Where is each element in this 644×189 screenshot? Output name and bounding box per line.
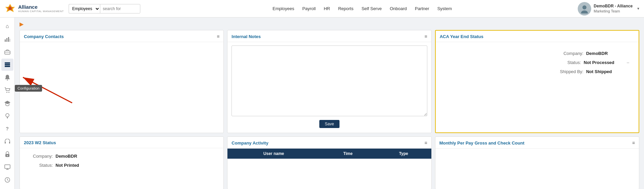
notes-save-row: Save xyxy=(231,117,427,129)
chevron-down-icon[interactable]: ▼ xyxy=(637,7,640,10)
user-name: DemoBDR - Alliance xyxy=(594,4,633,9)
monitor-icon xyxy=(4,164,10,170)
nav-hr[interactable]: HR xyxy=(320,4,334,13)
sidebar-item-help[interactable]: ? xyxy=(1,123,13,135)
header: Alliance HUMAN CAPITAL MANAGEMENT Employ… xyxy=(0,0,644,18)
widget-internal-notes-header: Internal Notes ≡ xyxy=(227,30,431,42)
w2-company-row: Company: DemoBDR xyxy=(24,152,219,161)
nav-system[interactable]: System xyxy=(433,4,456,13)
sidebar: ⌂ xyxy=(0,18,15,189)
widget-aca-header: ACA Year End Status xyxy=(436,31,639,42)
aca-company-value: DemoBDR xyxy=(586,51,627,56)
sidebar-item-graduation[interactable] xyxy=(1,97,13,109)
aca-body: Company: DemoBDR Status: Not Processed –… xyxy=(436,42,639,80)
w2-status-value: Not Printed xyxy=(56,163,79,168)
svg-point-3 xyxy=(582,5,586,9)
sidebar-item-clock[interactable] xyxy=(1,174,13,186)
logo-icon xyxy=(4,3,16,15)
svg-rect-5 xyxy=(5,39,6,42)
nav-partner[interactable]: Partner xyxy=(411,4,433,13)
logo-title: Alliance xyxy=(18,4,64,10)
aca-shipped-label: Shipped By: xyxy=(560,69,583,74)
internal-notes-textarea[interactable] xyxy=(231,45,427,116)
layout: ⌂ xyxy=(0,18,644,189)
lock-icon xyxy=(5,151,10,157)
svg-rect-13 xyxy=(5,66,10,67)
bulb-icon xyxy=(5,113,10,119)
main-content: ▶ Company Contacts ≡ Internal Notes ≡ xyxy=(15,18,644,189)
svg-rect-6 xyxy=(6,38,7,42)
nav-reports[interactable]: Reports xyxy=(334,4,358,13)
svg-rect-8 xyxy=(10,39,10,42)
monthly-title: Monthly Per Pay Gross and Check Count xyxy=(439,140,525,146)
logo-area: Alliance HUMAN CAPITAL MANAGEMENT xyxy=(4,3,64,15)
widget-monthly-header: Monthly Per Pay Gross and Check Count ≡ xyxy=(435,137,639,149)
avatar-icon xyxy=(580,4,589,13)
w2-company-label: Company: xyxy=(29,154,53,159)
top-nav: Employees Payroll HR Reports Self Serve … xyxy=(147,4,578,13)
svg-rect-23 xyxy=(9,142,10,144)
widget-activity-header: Company Activity ≡ xyxy=(227,137,431,149)
nav-employees[interactable]: Employees xyxy=(269,4,298,13)
activity-col-time: Time xyxy=(320,149,376,159)
sidebar-item-bell[interactable] xyxy=(1,71,13,84)
search-input[interactable] xyxy=(100,4,140,13)
svg-point-18 xyxy=(6,114,9,117)
w2-status-row: Status: Not Printed xyxy=(24,161,219,170)
dashboard-grid: Company Contacts ≡ Internal Notes ≡ Save xyxy=(20,30,639,189)
internal-notes-body: Save xyxy=(227,42,431,133)
activity-table: User name Time Type xyxy=(227,149,431,159)
w2-title: 2023 W2 Status xyxy=(24,140,56,145)
save-button[interactable]: Save xyxy=(319,120,339,128)
breadcrumb-arrow: ▶ xyxy=(20,21,24,27)
monthly-menu-icon[interactable]: ≡ xyxy=(632,140,635,146)
sidebar-item-chart[interactable] xyxy=(1,33,13,45)
svg-rect-12 xyxy=(5,64,10,65)
aca-company-label: Company: xyxy=(564,51,583,56)
monthly-body xyxy=(435,149,639,189)
bell-icon xyxy=(5,74,10,81)
chart-bar-icon xyxy=(4,36,10,42)
activity-title: Company Activity xyxy=(231,140,268,146)
sidebar-item-lock[interactable] xyxy=(1,148,13,160)
widget-company-activity: Company Activity ≡ User name Time Type xyxy=(227,136,431,189)
clock-icon xyxy=(5,177,10,183)
widget-aca-year-end: ACA Year End Status Company: DemoBDR Sta… xyxy=(435,30,639,133)
search-dropdown[interactable]: Employees xyxy=(69,4,100,13)
sidebar-item-config[interactable] xyxy=(1,59,13,71)
svg-rect-22 xyxy=(5,142,6,144)
svg-point-2 xyxy=(9,7,12,10)
widget-company-contacts-header: Company Contacts ≡ xyxy=(20,30,223,42)
svg-point-15 xyxy=(6,92,7,93)
headset-icon xyxy=(4,139,10,144)
logo-subtitle: HUMAN CAPITAL MANAGEMENT xyxy=(18,10,64,13)
company-contacts-title: Company Contacts xyxy=(24,34,64,39)
sidebar-item-briefcase[interactable] xyxy=(1,46,13,58)
activity-col-type: Type xyxy=(376,149,431,159)
activity-body: User name Time Type xyxy=(227,149,431,159)
nav-selfserve[interactable]: Self Serve xyxy=(357,4,386,13)
svg-line-31 xyxy=(7,180,8,181)
widget-w2-header: 2023 W2 Status xyxy=(20,137,223,148)
company-contacts-menu-icon[interactable]: ≡ xyxy=(217,34,219,39)
user-area[interactable]: DemoBDR - Alliance Marketing Team ▼ xyxy=(578,2,640,15)
sidebar-item-monitor[interactable] xyxy=(1,161,13,173)
sidebar-item-home[interactable]: ⌂ xyxy=(1,20,13,32)
internal-notes-menu-icon[interactable]: ≡ xyxy=(424,34,427,39)
activity-menu-icon[interactable]: ≡ xyxy=(424,140,427,146)
logo-text: Alliance HUMAN CAPITAL MANAGEMENT xyxy=(18,4,64,13)
aca-title: ACA Year End Status xyxy=(440,34,484,39)
svg-point-4 xyxy=(581,10,588,13)
widget-internal-notes: Internal Notes ≡ Save xyxy=(227,30,431,133)
sidebar-item-cart[interactable] xyxy=(1,84,13,96)
svg-point-16 xyxy=(8,92,9,93)
sidebar-item-bulb[interactable] xyxy=(1,110,13,122)
aca-status-label: Status: xyxy=(567,60,581,65)
company-contacts-body xyxy=(20,42,223,130)
nav-onboard[interactable]: Onboard xyxy=(386,4,411,13)
aca-company-row: Company: DemoBDR xyxy=(440,49,635,58)
nav-payroll[interactable]: Payroll xyxy=(298,4,320,13)
sidebar-item-headset[interactable] xyxy=(1,135,13,148)
graduation-icon xyxy=(4,100,10,106)
aca-shipped-value: Not Shipped xyxy=(586,69,627,74)
